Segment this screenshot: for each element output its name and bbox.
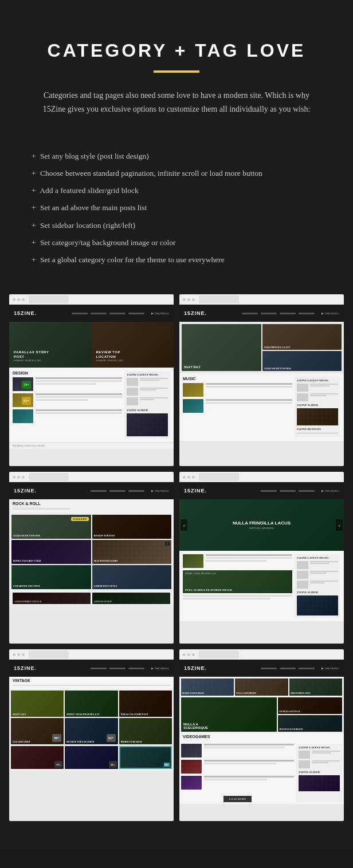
grid-item-6: PRODUCT REVIEW: [119, 718, 172, 744]
sidebar-text: [140, 388, 168, 396]
main-col-4: FULL-SCREEN FEATURED IMAGE DONEC VITAE P…: [183, 554, 292, 618]
hero-top-right: ALIQ FRINGILLA LACU: [262, 324, 342, 350]
sidebar-item: [297, 581, 338, 589]
post-text: [206, 383, 292, 397]
text-line: [36, 399, 88, 401]
feature-item-1: + Set any blog style (post list design): [32, 151, 321, 162]
grid-item-7: 67+: [11, 746, 64, 769]
trending-label-3: ▶ TRENDING: [151, 489, 169, 492]
parallax-title: PARALLAX STORYPOST: [14, 350, 49, 360]
hero-bottom-right: ALIQUAM DICTUM NISL: [262, 351, 342, 371]
grid-item-9: 84+: [119, 746, 172, 769]
slider-arrow-left[interactable]: ‹: [181, 519, 187, 531]
nav-item: [109, 490, 125, 492]
grid-item-2: DONEC VITAE PHAETRA LAC: [65, 691, 117, 717]
post-thumb: [183, 399, 203, 413]
bottom-post-2: ARNEAN NON IP: [92, 593, 170, 604]
mock-logo-4: 15ZINE.: [184, 488, 207, 494]
screenshot-content-5: 15ZINE. ▶ TRENDING VINTAGE SILK: [9, 660, 174, 821]
mock-logo-2: 15ZINE.: [184, 310, 207, 316]
nulla-a-title: NULLA ASCELERISQUE: [183, 723, 208, 729]
sidebar-thumb: [297, 571, 308, 579]
text-line: [36, 393, 122, 395]
nav-item: [128, 490, 144, 492]
post-text: [36, 393, 122, 407]
videogames-header: VIDEOGAMES: [179, 733, 344, 742]
screenshot-6: 15ZINE. ▶ TRENDING MAURIS SCESTAS DOLOR …: [179, 649, 344, 821]
nav-item: [242, 313, 258, 314]
sidebar-text: [312, 751, 340, 759]
nav-item: [299, 490, 315, 492]
sidebar-item: [299, 751, 340, 759]
featured-right: FAUTRQUE SANCTUS AT MAECENAS AULOS BRATA…: [278, 697, 342, 732]
score: 80+: [52, 734, 61, 742]
browser-dot: [192, 653, 195, 656]
browser-dot: [17, 476, 20, 479]
vg-text: [204, 776, 294, 790]
slider-title-4: 15ZINE SLIDER: [297, 591, 338, 594]
sidebar-item: [297, 393, 338, 401]
hero-left: PARALLAX STORYPOST FASHION · MARCH 4, 20…: [9, 322, 92, 368]
featured-large: NULLA ASCELERISQUE: [181, 697, 277, 732]
vg-row: [181, 760, 294, 774]
browser-bar-1: [9, 294, 174, 305]
browser-dot: [192, 298, 195, 301]
section-title: DESIGN: [13, 371, 122, 375]
screenshot-content-6: 15ZINE. ▶ TRENDING MAURIS SCESTAS DOLOR …: [179, 660, 344, 821]
page-title: CATEGORY + TAG LOVE: [23, 40, 330, 61]
trending-label: ▶ TRENDING: [151, 311, 169, 315]
sidebar-text: [312, 760, 340, 768]
slider-arrow-right[interactable]: ›: [336, 519, 343, 531]
browser-dot: [22, 653, 25, 656]
screenshot-2: 15ZINE. ▶ TRENDING SILKY SALT: [179, 294, 344, 466]
featured-text: NULLA ASCELERISQUE: [183, 723, 208, 729]
full-post-subtitle: DONEC VITAE PHAETRA LAC: [185, 572, 217, 575]
hero-text: SILKY SALT: [184, 365, 201, 369]
nav-item: [261, 490, 277, 492]
mock-logo-3: 15ZINE.: [14, 488, 37, 494]
nav-item: [128, 313, 144, 314]
vg-thumb: [181, 776, 202, 790]
mock-nav-2: [242, 313, 315, 314]
slider-preview: [127, 413, 168, 436]
posts-grid: ALIQUAM DICTUM NISL GALLERY REVIEW TOP P…: [9, 512, 174, 591]
browser-nav: [199, 473, 239, 481]
nav-item: [91, 490, 107, 492]
score-badge: 71+: [22, 381, 31, 389]
sidebar: 15ZINE LATEST MUSIC: [124, 371, 170, 439]
review-title: REVIEW TOPLOCATION: [96, 350, 124, 360]
features-list: + Set any blog style (post list design) …: [0, 145, 353, 289]
score-3: 67+: [54, 761, 62, 768]
mock-logo-6: 15ZINE.: [184, 665, 207, 671]
sm-text-2: MAECENAS AULOS BRATAN: [279, 728, 303, 731]
sidebar-4: 15ZINE LATEST MUSIC: [295, 554, 340, 618]
nav-item: [299, 313, 315, 314]
hero-sub: FASHION · MARCH 4, 2015: [14, 359, 49, 362]
top-text: MAURIS SCESTAS DOLOR: [182, 692, 204, 695]
reviews-title: 15ZINE REVIEWS: [297, 428, 338, 431]
grid-item-8: 58+: [65, 746, 117, 769]
browser-nav: [29, 473, 69, 481]
sidebar-thumb: [297, 393, 308, 401]
text-line: [36, 377, 122, 379]
cyan-badge: 84+: [164, 763, 170, 767]
screenshot-content-4: 15ZINE. ▶ TRENDING NULLA FRINGILLA LACUS…: [179, 482, 344, 644]
main-col-2: MUSIC: [183, 377, 292, 437]
feature-item-4: + Set an ad above the main posts list: [32, 202, 321, 214]
grid-post-6: LOREM POST STYLE: [92, 565, 172, 589]
post-text: [36, 409, 122, 423]
slider-title: 15ZINE SLIDER: [297, 404, 338, 407]
sidebar-text: [140, 378, 168, 386]
browser-nav: [29, 650, 69, 658]
text-line: [36, 383, 96, 385]
post-row: [183, 383, 292, 397]
load-more-button[interactable]: LOAD MORE: [223, 796, 252, 802]
feature-item-7: + Set a global category color for the th…: [32, 254, 321, 266]
post-title-3: DONEC FAUCIBUS VITAE: [13, 559, 41, 562]
bottom-text-2: ARNEAN NON IP: [94, 600, 112, 603]
top-item-2: NULLA A SCELERISQUE: [235, 678, 288, 696]
feature-item-6: + Set category/tag background image or c…: [32, 237, 321, 248]
post-row: 71+: [13, 377, 122, 391]
trending-label-5: ▶ TRENDING: [151, 666, 169, 670]
browser-dot: [187, 298, 190, 301]
